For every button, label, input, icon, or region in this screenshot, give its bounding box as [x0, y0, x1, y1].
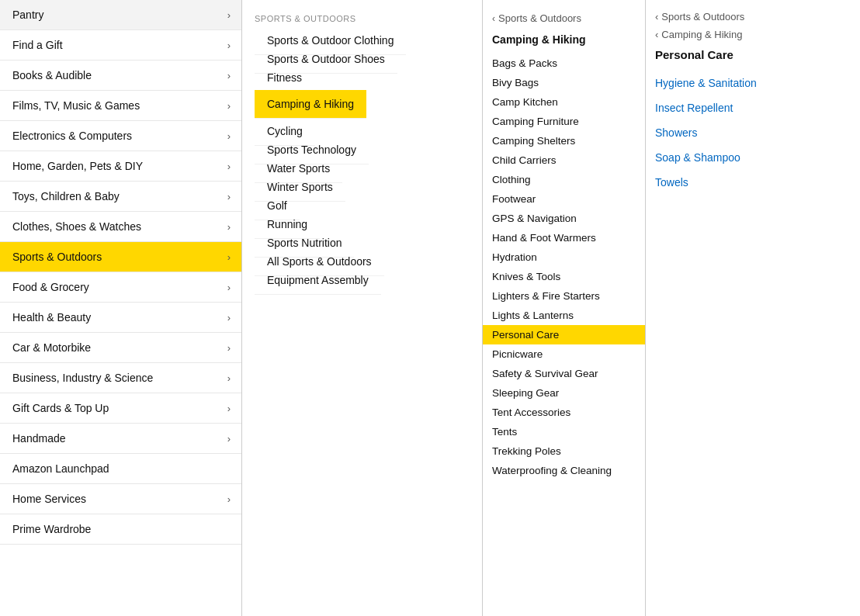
main-nav-column[interactable]: Pantry›Find a Gift›Books & Audible›Films… — [0, 0, 242, 616]
chevron-left-icon: ‹ — [655, 29, 658, 40]
col3-item-hand-foot-warmers[interactable]: Hand & Foot Warmers — [483, 228, 645, 247]
nav-item-pantry[interactable]: Pantry› — [0, 0, 241, 30]
nav-item-label: Car & Motorbike — [12, 341, 91, 354]
chevron-right-icon: › — [227, 312, 231, 324]
col4-title: Personal Care — [646, 43, 817, 71]
col4-item-soap-shampoo[interactable]: Soap & Shampoo — [646, 145, 817, 170]
col3-item-safety-survival-gear[interactable]: Safety & Survival Gear — [483, 364, 645, 383]
col2-item-equipment-assembly[interactable]: Equipment Assembly — [255, 266, 381, 295]
personal-care-column[interactable]: ‹ Sports & Outdoors‹ Camping & HikingPer… — [646, 0, 817, 616]
nav-item-label: Find a Gift — [12, 39, 63, 51]
nav-item-label: Books & Audible — [12, 69, 92, 81]
chevron-right-icon: › — [227, 40, 231, 51]
chevron-right-icon: › — [227, 282, 231, 293]
col4-back-label-camping: Camping & Hiking — [661, 29, 742, 40]
chevron-left-icon: ‹ — [655, 11, 658, 22]
col3-title: Camping & Hiking — [483, 29, 645, 54]
chevron-right-icon: › — [227, 9, 231, 21]
col4-back-label-sports: Sports & Outdoors — [661, 11, 744, 22]
nav-item-label: Pantry — [12, 9, 43, 21]
nav-item-label: Health & Beauty — [12, 311, 91, 324]
col3-item-waterproofing-cleaning[interactable]: Waterproofing & Cleaning — [483, 461, 645, 480]
chevron-right-icon: › — [227, 372, 231, 384]
chevron-right-icon: › — [227, 130, 231, 142]
nav-item-label: Films, TV, Music & Games — [12, 99, 140, 112]
nav-item-car-motorbike[interactable]: Car & Motorbike› — [0, 333, 241, 363]
col3-item-bivy-bags[interactable]: Bivy Bags — [483, 73, 645, 92]
nav-item-gift-cards-top-up[interactable]: Gift Cards & Top Up› — [0, 393, 241, 424]
nav-item-books-audible[interactable]: Books & Audible› — [0, 61, 241, 91]
nav-item-prime-wardrobe[interactable]: Prime Wardrobe — [0, 514, 241, 545]
col3-item-trekking-poles[interactable]: Trekking Poles — [483, 441, 645, 461]
chevron-right-icon: › — [227, 221, 231, 233]
nav-item-home-services[interactable]: Home Services› — [0, 484, 241, 514]
col4-item-insect-repellent[interactable]: Insect Repellent — [646, 95, 817, 120]
nav-item-label: Toys, Children & Baby — [12, 190, 120, 202]
nav-item-label: Sports & Outdoors — [12, 251, 102, 263]
col3-item-bags-packs[interactable]: Bags & Packs — [483, 54, 645, 73]
col4-back-sports-outdoors[interactable]: ‹ Sports & Outdoors — [646, 8, 817, 26]
nav-item-food-grocery[interactable]: Food & Grocery› — [0, 272, 241, 303]
col3-item-footwear[interactable]: Footwear — [483, 189, 645, 209]
col3-item-picnicware[interactable]: Picnicware — [483, 344, 645, 364]
col3-item-tent-accessories[interactable]: Tent Accessories — [483, 403, 645, 422]
nav-item-label: Home, Garden, Pets & DIY — [12, 160, 143, 172]
col3-item-lights-lanterns[interactable]: Lights & Lanterns — [483, 306, 645, 325]
nav-item-electronics-computers[interactable]: Electronics & Computers› — [0, 121, 241, 151]
col3-item-child-carriers[interactable]: Child Carriers — [483, 151, 645, 170]
chevron-right-icon: › — [227, 493, 231, 505]
nav-item-home-garden-pets-diy[interactable]: Home, Garden, Pets & DIY› — [0, 151, 241, 182]
col4-item-hygiene-sanitation[interactable]: Hygiene & Sanitation — [646, 71, 817, 95]
nav-item-label: Prime Wardrobe — [12, 523, 91, 535]
chevron-right-icon: › — [227, 433, 231, 445]
col2-item-wrapper: Equipment Assembly — [242, 271, 482, 289]
col4-item-showers[interactable]: Showers — [646, 120, 817, 145]
col3-item-knives-tools[interactable]: Knives & Tools — [483, 267, 645, 286]
nav-item-handmade[interactable]: Handmade› — [0, 424, 241, 454]
chevron-left-icon: ‹ — [492, 13, 495, 24]
col3-item-hydration[interactable]: Hydration — [483, 247, 645, 267]
chevron-right-icon: › — [227, 403, 231, 414]
col3-item-gps-navigation[interactable]: GPS & Navigation — [483, 209, 645, 228]
col3-item-clothing[interactable]: Clothing — [483, 170, 645, 189]
chevron-right-icon: › — [227, 100, 231, 112]
col3-item-lighters-fire-starters[interactable]: Lighters & Fire Starters — [483, 286, 645, 306]
nav-item-label: Food & Grocery — [12, 281, 89, 293]
col4-item-towels[interactable]: Towels — [646, 170, 817, 195]
nav-item-find-a-gift[interactable]: Find a Gift› — [0, 30, 241, 61]
chevron-right-icon: › — [227, 251, 231, 263]
col3-item-camping-furniture[interactable]: Camping Furniture — [483, 112, 645, 131]
nav-item-health-beauty[interactable]: Health & Beauty› — [0, 303, 241, 333]
col3-item-camping-shelters[interactable]: Camping Shelters — [483, 131, 645, 151]
chevron-right-icon: › — [227, 342, 231, 354]
camping-hiking-column[interactable]: ‹Sports & OutdoorsCamping & HikingBags &… — [483, 0, 646, 616]
nav-item-label: Amazon Launchpad — [12, 462, 109, 475]
nav-item-label: Clothes, Shoes & Watches — [12, 220, 141, 233]
col2-item-camping-hiking[interactable]: Camping & Hiking — [255, 90, 366, 119]
chevron-right-icon: › — [227, 70, 231, 81]
chevron-right-icon: › — [227, 191, 231, 202]
col3-back-label: Sports & Outdoors — [498, 12, 581, 24]
col4-back-camping-hiking[interactable]: ‹ Camping & Hiking — [646, 26, 817, 43]
nav-item-toys-children-baby[interactable]: Toys, Children & Baby› — [0, 182, 241, 212]
nav-item-films-tv-music-games[interactable]: Films, TV, Music & Games› — [0, 91, 241, 121]
col3-back-link[interactable]: ‹Sports & Outdoors — [483, 8, 645, 29]
nav-item-amazon-launchpad[interactable]: Amazon Launchpad — [0, 454, 241, 484]
col3-item-personal-care[interactable]: Personal Care — [483, 325, 645, 344]
col3-item-tents[interactable]: Tents — [483, 422, 645, 441]
col3-item-camp-kitchen[interactable]: Camp Kitchen — [483, 92, 645, 112]
col2-item-fitness[interactable]: Fitness — [255, 64, 314, 92]
nav-item-label: Handmade — [12, 432, 66, 445]
nav-item-business-industry-science[interactable]: Business, Industry & Science› — [0, 363, 241, 393]
nav-item-label: Electronics & Computers — [12, 130, 132, 142]
nav-item-sports-outdoors[interactable]: Sports & Outdoors› — [0, 242, 241, 272]
sports-outdoors-column[interactable]: SPORTS & OUTDOORSSports & Outdoor Clothi… — [242, 0, 483, 616]
col3-item-sleeping-gear[interactable]: Sleeping Gear — [483, 383, 645, 403]
chevron-right-icon: › — [227, 161, 231, 172]
nav-item-label: Gift Cards & Top Up — [12, 402, 109, 414]
nav-item-clothes-shoes-watches[interactable]: Clothes, Shoes & Watches› — [0, 212, 241, 242]
nav-item-label: Business, Industry & Science — [12, 372, 153, 384]
nav-item-label: Home Services — [12, 493, 86, 505]
